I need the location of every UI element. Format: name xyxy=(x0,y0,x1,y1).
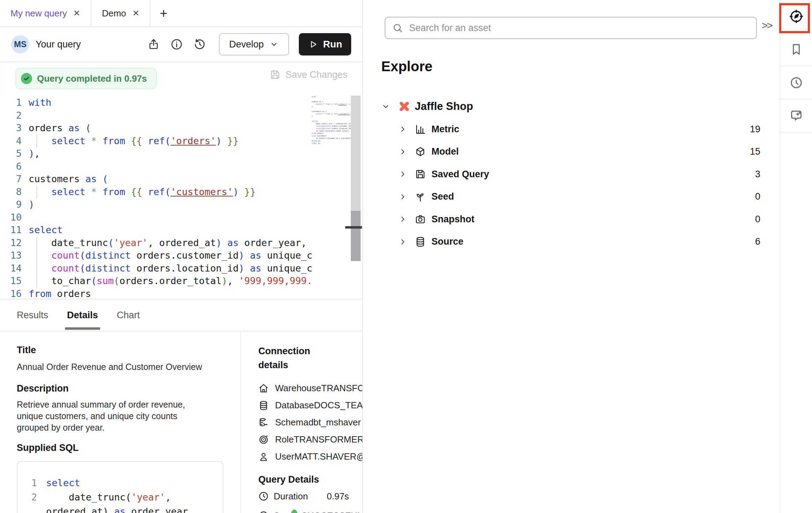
chevron-right-icon[interactable] xyxy=(399,238,407,246)
chevron-right-icon[interactable] xyxy=(399,148,407,156)
connection-details-heading: Connection details xyxy=(258,344,335,372)
supplied-sql-heading: Supplied SQL xyxy=(17,443,226,453)
metric-icon xyxy=(415,124,426,135)
explore-rail-button[interactable] xyxy=(780,0,812,33)
status-label: Status xyxy=(274,511,303,513)
tree-item-count: 3 xyxy=(755,169,760,180)
minimap[interactable]: withorders as ( select * from {{ ref('or… xyxy=(312,96,351,144)
seed-icon xyxy=(415,191,426,202)
database-icon xyxy=(258,400,270,411)
scrollbar-handle[interactable] xyxy=(345,226,362,229)
develop-label: Develop xyxy=(229,39,264,50)
status-row: Query completed in 0.97s Save Changes xyxy=(0,62,362,93)
save-changes-button[interactable]: Save Changes xyxy=(270,69,347,80)
chevron-down-icon[interactable] xyxy=(381,102,390,111)
bookmark-rail-button[interactable] xyxy=(780,33,812,66)
status-spinner-icon xyxy=(258,511,269,513)
chevron-right-icon[interactable] xyxy=(399,170,407,178)
tree-item-label: Model xyxy=(431,146,459,157)
supplied-sql-block: 1select2 date_trunc('year', ordered_at) … xyxy=(17,461,223,513)
snapshot-icon xyxy=(415,214,426,225)
tree-item-label: Saved Query xyxy=(431,169,489,180)
query-title: Your query xyxy=(36,39,81,50)
tree-item-label: Metric xyxy=(431,124,459,135)
tree-item-saved-query[interactable]: Saved Query 3 xyxy=(381,163,760,186)
code-lines[interactable]: 1with23orders as (4 select * from {{ ref… xyxy=(0,96,312,299)
share-icon[interactable] xyxy=(147,37,161,51)
collapse-panel-icon[interactable]: >> xyxy=(762,20,772,31)
description-heading: Description xyxy=(17,383,226,394)
query-toolbar: MS Your query Develop Run xyxy=(0,27,362,62)
history-rail-button[interactable] xyxy=(780,66,812,99)
tree-item-seed[interactable]: Seed 0 xyxy=(381,186,760,208)
model-icon xyxy=(415,146,426,157)
duration-label: Duration xyxy=(274,491,327,502)
tree-item-count: 0 xyxy=(755,214,760,225)
description-value: Retrieve annual summary of order revenue… xyxy=(17,399,207,433)
indent-guide xyxy=(36,135,37,148)
chevron-down-icon xyxy=(270,40,279,49)
develop-dropdown[interactable]: Develop xyxy=(219,33,289,55)
close-icon[interactable]: ✕ xyxy=(132,8,139,18)
duration-row: Duration 0.97s xyxy=(258,488,362,505)
sql-editor[interactable]: 1with23orders as (4 select * from {{ ref… xyxy=(0,93,362,299)
connection-value: dbt_mshaver xyxy=(308,417,361,428)
dbt-logo-icon xyxy=(398,100,411,113)
chevron-right-icon[interactable] xyxy=(399,193,407,201)
side-rail xyxy=(780,0,812,513)
tree-item-model[interactable]: Model 15 xyxy=(381,141,760,163)
tab-label: Demo xyxy=(102,8,126,19)
run-button[interactable]: Run xyxy=(299,33,351,55)
title-heading: Title xyxy=(17,345,226,356)
connection-item-schema: Schemadbt_mshaver xyxy=(258,414,362,431)
tree-item-count: 19 xyxy=(750,124,760,135)
query-status-text: Query completed in 0.97s xyxy=(37,73,147,84)
editor-scrollbar[interactable] xyxy=(351,96,361,261)
connection-item-database: DatabaseDOCS_TEAM_ xyxy=(258,397,362,414)
connection-list: WarehouseTRANSFORMING DatabaseDOCS_TEAM_… xyxy=(258,380,362,465)
close-icon[interactable]: ✕ xyxy=(73,8,80,18)
connection-label: Schema xyxy=(275,417,308,428)
info-icon[interactable] xyxy=(170,37,184,51)
tab-demo[interactable]: Demo ✕ xyxy=(91,0,150,27)
clock-icon xyxy=(258,491,269,501)
ai-chat-rail-button[interactable] xyxy=(780,99,812,133)
save-icon xyxy=(270,69,281,80)
scrollbar-thumb[interactable] xyxy=(351,211,361,261)
tree-item-snapshot[interactable]: Snapshot 0 xyxy=(381,208,760,231)
chevron-right-icon[interactable] xyxy=(399,215,407,223)
query-details-heading: Query Details xyxy=(258,474,362,485)
tree-item-source[interactable]: Source 6 xyxy=(381,231,760,253)
search-input[interactable] xyxy=(409,23,749,34)
tree-item-label: Source xyxy=(431,236,464,247)
connection-value: MATT.SHAVER@FI xyxy=(294,451,362,462)
compass-icon xyxy=(789,9,804,24)
connection-value: TRANSFORMING xyxy=(321,383,362,394)
role-icon xyxy=(258,434,270,445)
chevron-right-icon[interactable] xyxy=(399,125,407,133)
duration-value: 0.97s xyxy=(327,491,349,502)
details-pane: Title Annual Order Revenue and Customer … xyxy=(0,332,362,513)
tree-root-jaffle-shop[interactable]: Jaffle Shop xyxy=(381,95,760,118)
tree-item-metric[interactable]: Metric 19 xyxy=(381,118,760,141)
connection-item-warehouse: WarehouseTRANSFORMING xyxy=(258,380,362,397)
tab-results[interactable]: Results xyxy=(17,299,48,331)
tab-chart[interactable]: Chart xyxy=(117,299,140,331)
tree-item-count: 15 xyxy=(750,146,760,157)
tree-item-label: Snapshot xyxy=(431,214,474,225)
connection-value: DOCS_TEAM_ xyxy=(314,400,362,411)
asset-search[interactable] xyxy=(385,17,757,39)
new-tab-button[interactable]: + xyxy=(150,0,176,27)
connection-label: User xyxy=(275,451,294,462)
tree-item-label: Seed xyxy=(431,191,454,202)
save-changes-label: Save Changes xyxy=(286,69,347,80)
history-icon[interactable] xyxy=(193,37,207,51)
tab-label: Chart xyxy=(117,310,140,321)
tab-my-new-query[interactable]: My new query ✕ xyxy=(0,0,91,27)
home-icon xyxy=(258,383,270,394)
check-circle-icon xyxy=(21,73,32,84)
chat-sparkles-icon xyxy=(789,109,803,123)
tab-label: Details xyxy=(67,310,98,321)
tab-label: My new query xyxy=(10,8,67,19)
tab-details[interactable]: Details xyxy=(67,299,98,331)
